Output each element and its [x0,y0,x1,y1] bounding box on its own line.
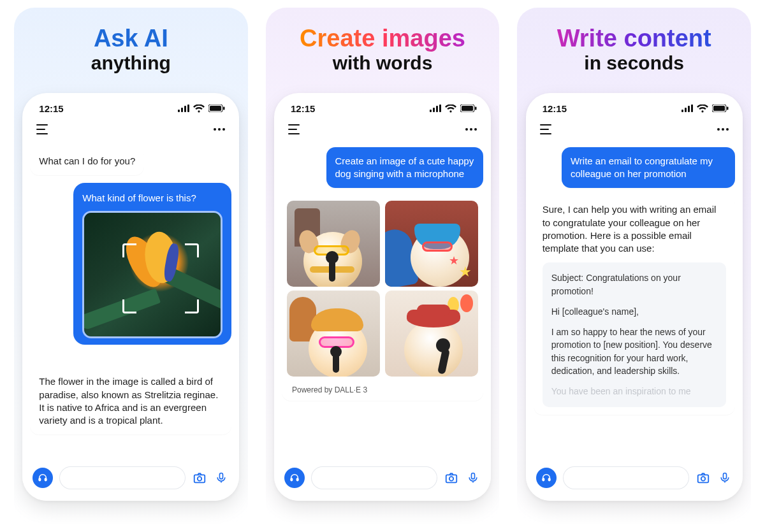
generated-image[interactable] [287,201,380,287]
svg-rect-29 [713,106,725,111]
ai-message: Sure, I can help you with writing an ema… [534,196,735,414]
wifi-icon [697,104,708,113]
status-bar: 12:15 [274,93,491,118]
microphone-icon[interactable] [465,470,481,485]
message-input[interactable] [563,466,689,489]
messages: Create an image of a cute happy dog sing… [274,143,491,464]
svg-rect-0 [178,110,180,112]
headline-big: Ask AI [91,25,171,52]
email-body-fade: You have been an inspiration to me [551,385,717,398]
svg-rect-5 [210,106,221,111]
headline: Create images with words [300,25,465,74]
svg-rect-14 [436,106,438,112]
phone-mock: 12:15 Write an email to congratulate my … [526,93,743,501]
phone-mock: 12:15 What can I do for you? What kind o… [22,93,239,501]
image-caption: Powered by DALL·E 3 [287,380,478,397]
camera-icon[interactable] [696,470,711,485]
svg-rect-6 [223,107,225,110]
wifi-icon [193,104,205,113]
message-input[interactable] [311,466,437,489]
status-time: 12:15 [543,103,567,114]
input-bar [274,464,491,501]
svg-rect-3 [187,104,189,112]
ai-message: The flower in the image is called a bird… [30,368,231,435]
ai-message-text: Sure, I can help you with writing an ema… [543,203,726,255]
status-icons [681,104,729,113]
svg-rect-1 [181,108,183,112]
camera-icon[interactable] [192,470,207,485]
battery-icon [460,104,477,112]
headline-sub: with words [300,52,465,74]
cellular-signal-icon [178,104,189,112]
ai-message: What can I do for you? [30,147,144,175]
email-body: I am so happy to hear the news of your p… [551,326,717,377]
headline-sub: in seconds [557,52,711,74]
svg-point-10 [198,477,201,480]
email-subject: Subject: Congratulations on your promoti… [551,271,717,298]
headset-icon[interactable] [33,468,53,488]
generated-image[interactable]: ★ ★ [385,201,478,287]
promo-panel-create-images: Create images with words 12:15 Create an… [266,8,500,524]
phone-mock: 12:15 Create an image of a cute happy do… [274,93,491,501]
menu-icon[interactable] [288,124,301,134]
user-message-with-image: What kind of flower is this? [73,183,231,345]
user-message: Write an email to congratulate my collea… [562,147,735,189]
svg-rect-13 [433,108,435,112]
svg-rect-25 [685,108,687,112]
battery-icon [712,104,729,112]
svg-rect-2 [184,106,186,112]
nav-bar [274,118,491,143]
svg-rect-19 [291,478,293,480]
nav-bar [526,118,743,143]
camera-icon[interactable] [444,470,459,485]
headset-icon[interactable] [536,468,557,488]
user-message: Create an image of a cute happy dog sing… [326,147,483,189]
svg-rect-24 [681,110,683,112]
menu-icon[interactable] [36,124,49,134]
input-bar [22,464,239,501]
svg-rect-9 [194,475,205,482]
promo-panel-write-content: Write content in seconds 12:15 Write an … [517,8,751,524]
headline-sub: anything [91,52,171,74]
svg-point-22 [449,477,453,480]
headline: Ask AI anything [91,25,171,74]
more-icon[interactable] [214,128,225,131]
svg-rect-23 [472,473,475,478]
menu-icon[interactable] [540,124,553,134]
generated-image[interactable] [287,291,380,377]
svg-rect-17 [462,106,473,111]
more-icon[interactable] [717,128,729,131]
status-time: 12:15 [291,103,315,114]
status-icons [178,104,225,113]
email-greeting: Hi [colleague's name], [551,305,717,318]
message-input[interactable] [59,466,186,489]
svg-rect-26 [688,106,690,112]
svg-rect-21 [446,475,457,482]
svg-rect-35 [723,473,726,478]
messages: Write an email to congratulate my collea… [526,143,743,464]
promo-panel-ask-ai: Ask AI anything 12:15 What can I do for … [14,8,248,524]
headset-icon[interactable] [284,468,305,488]
svg-rect-31 [543,478,544,480]
generated-image-grid: ★ ★ [282,196,483,401]
headline-big: Write content [557,25,711,52]
wifi-icon [445,104,456,113]
attached-image[interactable] [82,211,222,338]
generated-image[interactable] [385,291,478,377]
microphone-icon[interactable] [214,470,229,485]
cellular-signal-icon [681,104,693,112]
headline-big: Create images [300,25,465,52]
nav-bar [22,118,239,143]
email-template: Subject: Congratulations on your promoti… [543,262,726,406]
user-message-text: What kind of flower is this? [82,192,222,205]
microphone-icon[interactable] [717,470,732,485]
svg-rect-33 [697,475,708,482]
battery-icon [208,104,225,112]
svg-rect-30 [727,107,729,110]
svg-rect-7 [39,478,41,480]
input-bar [526,464,743,501]
status-bar: 12:15 [526,93,743,118]
svg-rect-15 [439,104,441,112]
messages: What can I do for you? What kind of flow… [22,143,239,464]
more-icon[interactable] [465,128,477,131]
